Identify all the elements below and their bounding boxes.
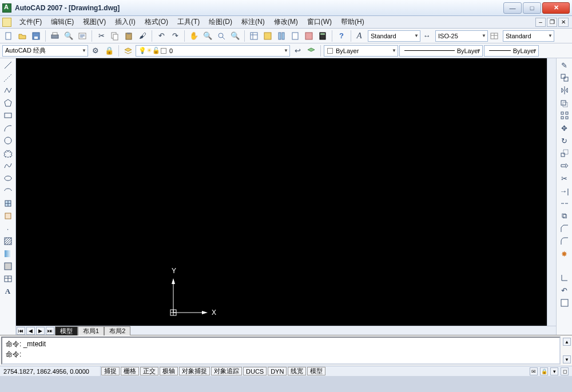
menu-modify[interactable]: 修改(M) [269,16,303,28]
construction-line-tool[interactable] [2,72,14,83]
undo-button[interactable]: ↶ [155,30,168,42]
arc-tool[interactable] [2,122,14,134]
table-tool[interactable] [2,273,14,285]
snap-toggle[interactable]: 捕捉 [101,367,120,375]
trim-tool[interactable]: ✂ [558,173,571,184]
maximize-button[interactable]: □ [523,2,541,14]
offset-tool[interactable] [558,97,571,109]
polyline-tool[interactable] [2,85,14,96]
ellipse-tool[interactable] [2,173,14,184]
layer-states-button[interactable] [305,45,317,57]
sheet-set-button[interactable] [289,30,301,42]
ucs-previous-tool[interactable]: ↶ [558,285,571,296]
menu-window[interactable]: 窗口(W) [303,16,336,28]
array-tool[interactable] [558,110,571,121]
clean-screen-icon[interactable]: ◻ [561,367,569,375]
menu-insert[interactable]: 插入(I) [110,16,140,28]
new-button[interactable] [2,30,15,42]
print-button[interactable] [49,30,61,42]
layer-properties-button[interactable] [122,45,134,57]
ducs-toggle[interactable]: DUCS [243,367,267,375]
tab-last-button[interactable]: ⏭ [46,327,54,335]
lwt-toggle[interactable]: 线宽 [288,367,306,375]
markup-button[interactable] [303,30,315,42]
fillet-tool[interactable] [558,235,571,247]
circle-tool[interactable] [2,135,14,146]
menu-draw[interactable]: 绘图(D) [204,16,237,28]
publish-button[interactable] [76,30,89,42]
menu-edit[interactable]: 编辑(E) [46,16,78,28]
line-tool[interactable] [2,59,14,71]
menu-file[interactable]: 文件(F) [15,16,46,28]
comm-center-icon[interactable]: ✉ [530,367,538,375]
close-button[interactable]: ✕ [542,2,570,14]
tab-first-button[interactable]: ⏮ [17,327,25,335]
dim-style-combo[interactable]: ISO-25▼ [435,30,488,42]
erase-tool[interactable]: ✎ [558,59,571,71]
save-button[interactable] [30,30,42,42]
zoom-realtime-button[interactable]: 🔍 [201,30,214,42]
workspace-lock-button[interactable]: 🔒 [103,45,116,57]
named-ucs-tool[interactable] [558,297,571,309]
rectangle-tool[interactable] [2,110,14,121]
lock-icon[interactable]: 🔒 [540,367,548,375]
menu-view[interactable]: 视图(V) [78,16,110,28]
lineweight-combo[interactable]: ByLayer▼ [484,45,539,57]
zoom-previous-button[interactable]: 🔍 [229,30,241,42]
grid-toggle[interactable]: 栅格 [121,367,139,375]
properties-button[interactable] [248,30,260,42]
copy-tool[interactable] [558,72,571,83]
minimize-button[interactable]: — [503,2,522,14]
region-tool[interactable] [2,261,14,272]
spline-tool[interactable] [2,160,14,171]
revision-cloud-tool[interactable] [2,147,14,159]
break-tool[interactable] [558,198,571,209]
tool-palettes-button[interactable] [275,30,288,42]
ortho-toggle[interactable]: 正交 [140,367,158,375]
text-style-combo[interactable]: Standard▼ [368,30,420,42]
polygon-tool[interactable] [2,97,14,109]
hatch-tool[interactable] [2,235,14,247]
ucs-tool[interactable] [558,272,571,283]
calculator-button[interactable] [316,30,329,42]
mdi-minimize-button[interactable]: – [535,18,546,27]
mdi-restore-button[interactable]: ❐ [547,18,557,27]
mtext-tool[interactable]: A [2,286,14,297]
scale-tool[interactable] [558,147,571,159]
dyn-toggle[interactable]: DYN [268,367,287,375]
polar-toggle[interactable]: 极轴 [160,367,178,375]
insert-block-tool[interactable] [2,198,14,209]
cmd-scroll-down[interactable]: ▼ [563,355,571,363]
tab-model[interactable]: 模型 [55,326,78,335]
gradient-tool[interactable] [2,248,14,259]
match-properties-button[interactable]: 🖌 [136,30,149,42]
menu-tools[interactable]: 工具(T) [173,16,204,28]
tray-settings-icon[interactable]: ▾ [550,367,558,375]
join-tool[interactable]: ⧉ [558,210,571,222]
move-tool[interactable]: ✥ [558,122,571,134]
tab-next-button[interactable]: ▶ [36,327,45,335]
explode-tool[interactable]: ✸ [558,248,571,259]
copy-button[interactable] [109,30,121,42]
table-style-combo[interactable]: Standard▼ [503,30,554,42]
rotate-tool[interactable]: ↻ [558,135,571,146]
design-center-button[interactable] [261,30,274,42]
extend-tool[interactable]: →| [558,185,571,197]
zoom-window-button[interactable] [215,30,228,42]
open-button[interactable] [16,30,29,42]
help-button[interactable]: ? [335,30,348,42]
tab-layout1[interactable]: 布局1 [78,326,104,335]
linetype-combo[interactable]: ByLayer▼ [399,45,483,57]
tab-prev-button[interactable]: ◀ [26,327,35,335]
menu-help[interactable]: 帮助(H) [336,16,369,28]
tab-layout2[interactable]: 布局2 [104,326,130,335]
menu-format[interactable]: 格式(O) [140,16,173,28]
layer-previous-button[interactable]: ↩ [291,45,304,57]
otrack-toggle[interactable]: 对象追踪 [211,367,242,375]
stretch-tool[interactable] [558,160,571,171]
workspace-settings-button[interactable]: ⚙ [89,45,102,57]
mdi-close-button[interactable]: ✕ [558,18,569,27]
layer-combo[interactable]: 💡☀🔓 0▼ [136,45,290,57]
point-tool[interactable]: · [2,223,14,234]
ellipse-arc-tool[interactable] [2,185,14,197]
